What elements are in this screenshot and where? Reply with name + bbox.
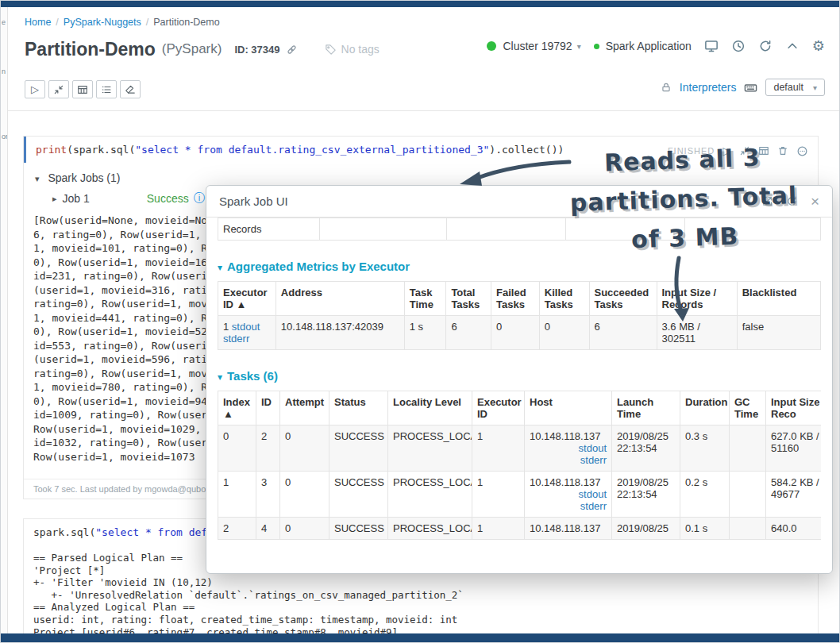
column-header[interactable]: Locality Level (388, 391, 472, 425)
column-header[interactable]: Launch Time (612, 391, 680, 425)
breadcrumb-home-link[interactable]: Home (25, 17, 51, 28)
column-header[interactable]: Address (276, 282, 404, 316)
column-header[interactable]: Attempt (280, 391, 329, 425)
executor-cell: 1 stdout stderr (218, 316, 276, 350)
breadcrumb-current: Partition-Demo (153, 17, 219, 28)
chevron-down-icon: ▾ (218, 372, 222, 383)
tags-area[interactable]: No tags (325, 43, 380, 56)
cluster-status-dot (487, 41, 496, 51)
column-header[interactable]: Duration (680, 391, 730, 425)
column-header[interactable]: ID (256, 391, 280, 425)
chevron-down-icon: ▾ (577, 42, 581, 51)
column-header[interactable]: Input Size / Reco (766, 391, 822, 425)
show-output-table-icon[interactable] (758, 145, 769, 156)
spark-jobs-label: Spark Jobs (1) (48, 171, 120, 184)
cluster-label: Cluster 19792 (503, 40, 572, 52)
interpreters-link[interactable]: Interpreters (680, 81, 737, 94)
app-window: e n on Home/PySpark-Nuggets/Partition-De… (0, 0, 840, 643)
stdout-link[interactable]: stdout (579, 442, 607, 454)
collapse-paragraph-icon[interactable] (739, 145, 750, 156)
trash-icon[interactable] (777, 145, 788, 156)
code-line[interactable]: print(spark.sql("select * from default.r… (36, 144, 564, 156)
table-cell: 1 (472, 472, 525, 518)
column-header[interactable]: Status (329, 391, 388, 425)
list-view-button[interactable] (96, 80, 117, 98)
breadcrumb-project-link[interactable]: PySpark-Nuggets (64, 17, 141, 28)
show-table-button[interactable] (72, 80, 93, 98)
sidebar-fragment: on (2, 133, 8, 141)
refresh-icon[interactable] (758, 39, 773, 53)
host-cell: 10.148.118.137stdoutstderr (525, 472, 612, 518)
table-row[interactable]: 0 2 0 SUCCESS PROCESS_LOCAL 1 10.148.118… (218, 425, 822, 472)
open-external-icon[interactable] (761, 195, 773, 207)
stderr-link[interactable]: stderr (223, 333, 249, 345)
table-cell: 2019/08/25 (612, 518, 680, 540)
notebook-toolbar: ▷ (25, 80, 141, 98)
table-cell: 3.6 MB / 302511 (657, 316, 737, 350)
collapse-all-button[interactable] (48, 80, 69, 98)
table-cell: SUCCESS (329, 425, 388, 472)
more-options-icon[interactable] (796, 145, 808, 157)
link-icon[interactable] (286, 44, 298, 56)
column-header[interactable]: Total Tasks (446, 282, 491, 316)
cropped-summary-table: Records (218, 218, 821, 241)
column-header[interactable]: Task Time (404, 282, 446, 316)
table-header-row: Executor ID ▲ Address Task Time Total Ta… (218, 282, 821, 316)
stderr-link[interactable]: stderr (580, 500, 607, 512)
tasks-table: Index ▲ ID Attempt Status Locality Level… (218, 391, 821, 540)
table-row[interactable]: 1 stdout stderr 10.148.118.137:42039 1 s… (218, 316, 821, 350)
spark-app-status-dot (594, 44, 599, 49)
history-icon[interactable] (731, 39, 746, 53)
column-header[interactable]: Index ▲ (218, 391, 256, 425)
table-cell (730, 425, 766, 472)
info-icon[interactable]: ⓘ (194, 191, 205, 206)
column-header[interactable]: Executor ID (472, 391, 525, 425)
collapsed-left-sidebar[interactable]: e n on (1, 7, 8, 633)
column-header[interactable]: Host (525, 391, 612, 425)
code-editor-row[interactable]: print(spark.sql("select * from default.r… (24, 137, 818, 163)
keyboard-shortcuts-icon[interactable] (744, 81, 757, 94)
table-cell: 0.1 s (680, 518, 730, 540)
tag-icon (325, 44, 337, 56)
close-icon[interactable]: × (811, 193, 819, 210)
stdout-link[interactable]: stdout (579, 488, 607, 500)
code-line[interactable]: spark.sql("select * from defa (33, 526, 214, 538)
interpreter-dropdown[interactable]: default ▾ (765, 79, 825, 96)
breadcrumb-separator: / (56, 17, 58, 28)
section-tasks[interactable]: ▾Tasks (6) (218, 369, 821, 383)
chevron-right-icon: ▸ (52, 194, 57, 204)
column-header[interactable]: Killed Tasks (539, 282, 589, 316)
refresh-icon[interactable] (786, 195, 798, 207)
column-header[interactable]: Failed Tasks (491, 282, 540, 316)
gear-icon[interactable]: ⚙ (812, 39, 825, 53)
table-cell: 0 (539, 316, 589, 350)
clear-output-button[interactable] (120, 80, 141, 98)
cluster-selector[interactable]: Cluster 19792 ▾ (487, 40, 580, 52)
table-cell: 584.2 KB / 49677 (766, 472, 822, 518)
column-header[interactable]: Input Size / Records (657, 282, 737, 316)
interpreter-value: default (773, 82, 803, 93)
table-cell: 0 (280, 472, 329, 518)
table-cell: 2019/08/25 22:13:54 (612, 472, 680, 518)
stdout-link[interactable]: stdout (232, 321, 260, 333)
chevron-down-icon: ▾ (218, 262, 222, 273)
chevron-up-icon[interactable] (785, 39, 800, 53)
run-paragraph-button[interactable]: ▷ (722, 144, 731, 157)
modal-body: Records ▾Aggregated Metrics by Executor … (206, 218, 832, 540)
column-header[interactable]: Blacklisted (737, 282, 820, 316)
spark-application-link[interactable]: Spark Application (594, 40, 692, 52)
table-cell: Records (218, 218, 320, 241)
run-all-button[interactable]: ▷ (25, 80, 45, 98)
dashboard-monitor-icon[interactable] (704, 39, 719, 53)
column-header[interactable]: GC Time (730, 391, 766, 425)
column-header[interactable]: Succeeded Tasks (589, 282, 657, 316)
section-aggregated-metrics[interactable]: ▾Aggregated Metrics by Executor (218, 260, 821, 273)
table-row[interactable]: 1 3 0 SUCCESS PROCESS_LOCAL 1 10.148.118… (218, 472, 822, 518)
lock-icon[interactable] (661, 82, 672, 93)
table-cell: 6 (589, 316, 657, 350)
table-row[interactable]: 2 4 0 SUCCESS PROCESS_LOCAL 1 10.148.118… (218, 518, 822, 540)
stderr-link[interactable]: stderr (580, 454, 607, 466)
spark-jobs-toggle[interactable]: ▾ Spark Jobs (1) (35, 171, 807, 184)
table-cell: PROCESS_LOCAL (388, 518, 472, 540)
column-header[interactable]: Executor ID ▲ (218, 282, 276, 316)
